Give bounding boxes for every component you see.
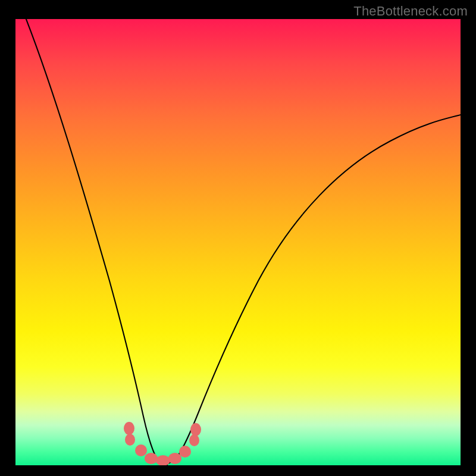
chart-frame: TheBottleneck.com [0,0,476,476]
bottleneck-curve [15,19,461,465]
highlight-blob [125,434,135,446]
highlight-blob [190,423,201,436]
plot-area [15,19,461,465]
highlight-blob [189,434,199,446]
watermark-text: TheBottleneck.com [353,4,468,19]
highlight-blob [179,446,191,458]
highlight-blob [135,444,147,456]
highlight-blob [124,422,134,435]
